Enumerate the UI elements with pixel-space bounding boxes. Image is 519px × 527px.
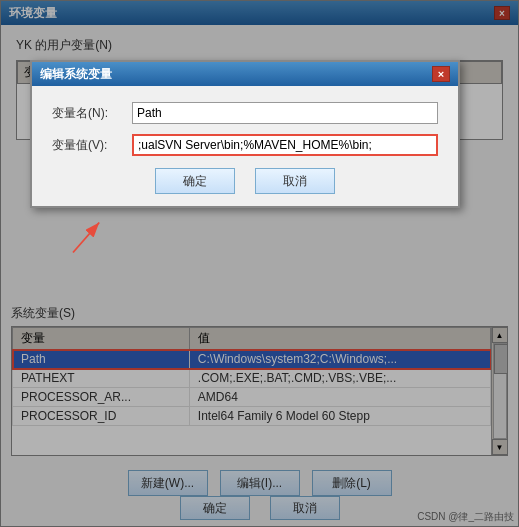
inner-close-button[interactable]: ×: [432, 66, 450, 82]
inner-dialog-buttons: 确定 取消: [52, 168, 438, 194]
var-name-input[interactable]: [132, 102, 438, 124]
inner-dialog: 编辑系统变量 × 变量名(N): 变量值(V): 确定 取消: [30, 60, 460, 208]
var-value-row: 变量值(V):: [52, 134, 438, 156]
modal-overlay: 编辑系统变量 × 变量名(N): 变量值(V): 确定 取消: [0, 0, 519, 527]
var-name-label: 变量名(N):: [52, 105, 132, 122]
inner-confirm-button[interactable]: 确定: [155, 168, 235, 194]
var-name-row: 变量名(N):: [52, 102, 438, 124]
inner-cancel-button[interactable]: 取消: [255, 168, 335, 194]
inner-titlebar: 编辑系统变量 ×: [32, 62, 458, 86]
var-value-input[interactable]: [132, 134, 438, 156]
inner-title: 编辑系统变量: [40, 66, 112, 83]
var-value-label: 变量值(V):: [52, 137, 132, 154]
inner-body: 变量名(N): 变量值(V): 确定 取消: [32, 86, 458, 206]
